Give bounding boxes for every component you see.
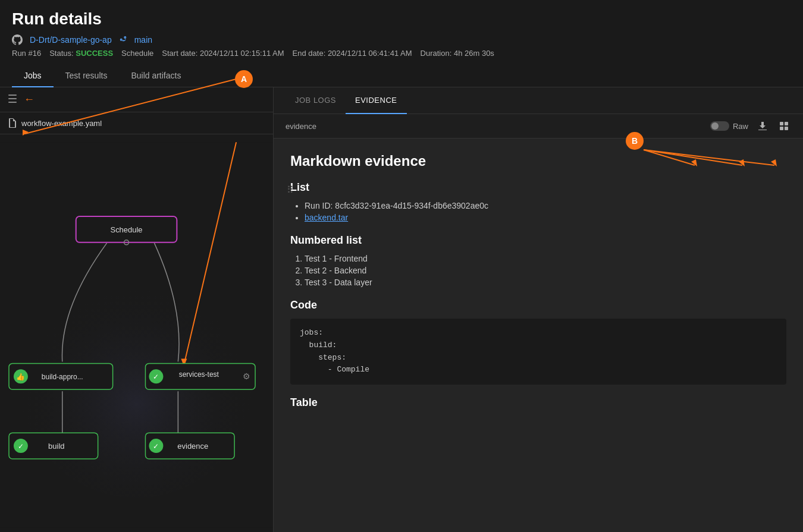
tab-evidence[interactable]: EVIDENCE [346,87,406,114]
list-heading: List [290,181,786,194]
github-icon [12,34,23,45]
arrow-back-icon[interactable]: ← [24,93,34,106]
grid-view-button[interactable] [777,119,791,133]
svg-rect-27 [780,122,783,125]
svg-text:✓: ✓ [18,442,24,451]
evidence-title: Markdown evidence [290,153,786,169]
collapse-icon[interactable] [8,95,19,105]
tab-job-logs[interactable]: JOB LOGS [286,87,346,114]
main-tabs: Jobs Test results Build artifacts [0,65,803,87]
file-icon [8,118,17,128]
page-title: Run details [12,10,791,29]
numbered-heading: Numbered list [290,234,786,247]
svg-rect-2 [8,102,17,103]
svg-text:✓: ✓ [153,442,159,451]
main-content: ← workflow-example.yaml [0,87,803,532]
end-date: End date: 2024/12/11 06:41:41 AM [293,49,412,58]
svg-rect-29 [780,127,783,130]
workflow-canvas: Schedule 👍 build-appro... ✓ services-tes… [0,134,273,532]
svg-rect-0 [8,95,17,96]
status-value: SUCCESS [76,49,113,58]
annotation-a: A [235,70,253,88]
branch-link[interactable]: main [134,35,152,45]
code-block: jobs: build: steps: - Compile [290,319,786,385]
status-label: Status: SUCCESS [49,49,113,58]
svg-text:⚙: ⚙ [243,372,250,381]
page-header: Run details D-Drt/D-sample-go-ap main Ru… [0,0,803,58]
list-item-2: Test 2 - Backend [305,266,786,275]
list-item-3: Test 3 - Data layer [305,278,786,287]
tab-jobs[interactable]: Jobs [12,65,54,87]
svg-rect-28 [785,122,788,125]
run-meta: Run #16 Status: SUCCESS Schedule Start d… [12,49,791,58]
start-date: Start date: 2024/12/11 02:15:11 AM [162,49,284,58]
svg-text:build-appro...: build-appro... [42,373,83,381]
branch-icon [119,36,127,44]
raw-toggle: Raw [710,121,748,131]
list-item-1: Test 1 - Frontend [305,254,786,263]
drag-handle[interactable]: ⠿ [287,184,294,196]
run-number: Run #16 [12,49,41,58]
svg-rect-30 [785,127,788,130]
svg-text:evidence: evidence [177,442,208,451]
toolbar-actions: Raw [710,119,791,133]
tab-test-results[interactable]: Test results [54,65,120,87]
code-heading: Code [290,299,786,311]
svg-text:👍: 👍 [16,372,25,381]
repo-meta-row: D-Drt/D-sample-go-ap main [12,34,791,45]
svg-text:build: build [48,442,64,451]
workflow-filename: workflow-example.yaml [21,119,102,128]
evidence-toolbar: evidence Raw [274,114,803,138]
backend-tar-link[interactable]: backend.tar [305,213,348,222]
duration: Duration: 4h 26m 30s [421,49,494,58]
left-panel: ← workflow-example.yaml [0,87,274,532]
list-item-run-id: Run ID: 8cfc3d32-91ea-4d15-934f-db6e3902… [305,201,786,210]
raw-label: Raw [733,122,748,131]
evidence-tabs: JOB LOGS EVIDENCE [274,87,803,114]
evidence-list: Run ID: 8cfc3d32-91ea-4d15-934f-db6e3902… [290,201,786,222]
workflow-file[interactable]: workflow-example.yaml [0,112,273,134]
evidence-label: evidence [286,122,316,131]
evidence-content: ⠿ Markdown evidence List Run ID: 8cfc3d3… [274,138,803,532]
raw-toggle-switch[interactable] [710,121,729,131]
list-item-backend: backend.tar [305,213,786,222]
right-panel: JOB LOGS EVIDENCE evidence Raw [274,87,803,532]
annotation-b: B [626,132,644,150]
panel-header: ← [0,87,273,112]
tab-build-artifacts[interactable]: Build artifacts [119,65,193,87]
svg-text:services-test: services-test [179,370,219,379]
svg-rect-1 [8,98,17,99]
svg-text:Schedule: Schedule [110,225,142,234]
schedule-label: Schedule [121,49,153,58]
download-button[interactable] [755,119,770,133]
table-heading: Table [290,396,786,409]
numbered-list: Test 1 - Frontend Test 2 - Backend Test … [290,254,786,287]
svg-text:✓: ✓ [153,373,159,381]
repo-link[interactable]: D-Drt/D-sample-go-ap [30,35,112,45]
